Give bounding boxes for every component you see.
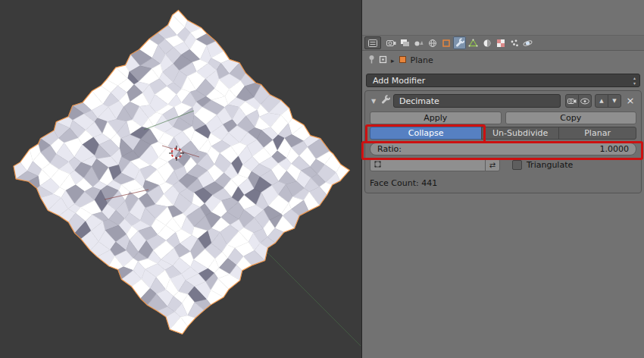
vertex-group-row: ⇄ Triangulate	[370, 159, 636, 171]
add-modifier-button[interactable]: Add Modifier ▴▾	[366, 74, 640, 87]
modifier-display-toggles	[565, 94, 592, 108]
modifier-render-toggle[interactable]	[565, 94, 579, 108]
particles-tab-icon[interactable]	[508, 36, 521, 49]
properties-top-spacer	[362, 0, 644, 36]
decimate-mode-tabs: Collapse Un-Subdivide Planar	[370, 127, 636, 140]
face-count-text: Face Count: 441	[370, 178, 636, 188]
cube-icon	[399, 55, 407, 66]
apply-button[interactable]: Apply	[370, 111, 502, 124]
expand-arrow-icon[interactable]: ▼	[370, 98, 377, 105]
add-modifier-label: Add Modifier	[373, 76, 425, 86]
modifier-move-up-button[interactable]: ▲	[595, 94, 608, 108]
modifier-move-down-button[interactable]: ▼	[608, 94, 621, 108]
invert-vertex-group-button[interactable]: ⇄	[485, 159, 500, 171]
menu-arrows-icon: ▴▾	[633, 75, 636, 86]
properties-tab-bar	[362, 36, 644, 51]
3d-viewport[interactable]	[0, 0, 362, 358]
vertex-group-icon	[374, 160, 382, 171]
vertex-group-field[interactable]	[370, 159, 486, 171]
modifier-wrench-icon	[380, 95, 390, 107]
properties-panel: ▸ Plane Add Modifier ▴▾ ▼ Decimate	[362, 0, 644, 358]
ratio-label: Ratio:	[377, 144, 402, 154]
world-tab-icon[interactable]	[426, 36, 439, 49]
object-context-icon[interactable]	[379, 55, 387, 66]
render-layers-tab-icon[interactable]	[399, 36, 411, 49]
plane-mesh[interactable]	[0, 0, 362, 358]
render-tab-icon[interactable]	[385, 36, 398, 49]
triangulate-checkbox[interactable]	[512, 160, 522, 170]
triangulate-label: Triangulate	[527, 160, 573, 170]
modifiers-tab-icon[interactable]	[453, 36, 466, 49]
apply-copy-row: Apply Copy	[370, 111, 636, 124]
tab-collapse[interactable]: Collapse	[370, 127, 482, 140]
decimate-modifier-panel: ▼ Decimate ▲ ▼	[364, 90, 642, 193]
pin-icon[interactable]	[368, 55, 375, 66]
breadcrumb: ▸ Plane	[362, 52, 644, 68]
tab-unsubdivide[interactable]: Un-Subdivide	[481, 127, 559, 140]
object-tab-icon[interactable]	[439, 36, 452, 49]
object-data-tab-icon[interactable]	[467, 36, 480, 49]
texture-tab-icon[interactable]	[494, 36, 507, 49]
modifier-header: ▼ Decimate ▲ ▼	[370, 93, 636, 108]
material-tab-icon[interactable]	[480, 36, 493, 49]
breadcrumb-separator-icon: ▸	[391, 57, 395, 64]
copy-button[interactable]: Copy	[505, 111, 637, 124]
tab-planar[interactable]: Planar	[558, 127, 636, 140]
blender-window: ▸ Plane Add Modifier ▴▾ ▼ Decimate	[0, 0, 644, 358]
modifier-visibility-toggle[interactable]	[578, 94, 592, 108]
editor-type-button[interactable]	[364, 36, 381, 49]
modifier-close-button[interactable]: ×	[624, 95, 636, 107]
ratio-value: 1.0000	[600, 144, 630, 154]
modifier-name-field[interactable]: Decimate	[393, 94, 561, 108]
breadcrumb-object-name[interactable]: Plane	[411, 55, 433, 65]
physics-tab-icon[interactable]	[521, 36, 534, 49]
ratio-slider[interactable]: Ratio: 1.0000	[370, 143, 636, 155]
scene-tab-icon[interactable]	[412, 36, 425, 49]
modifier-reorder-buttons: ▲ ▼	[595, 94, 621, 108]
